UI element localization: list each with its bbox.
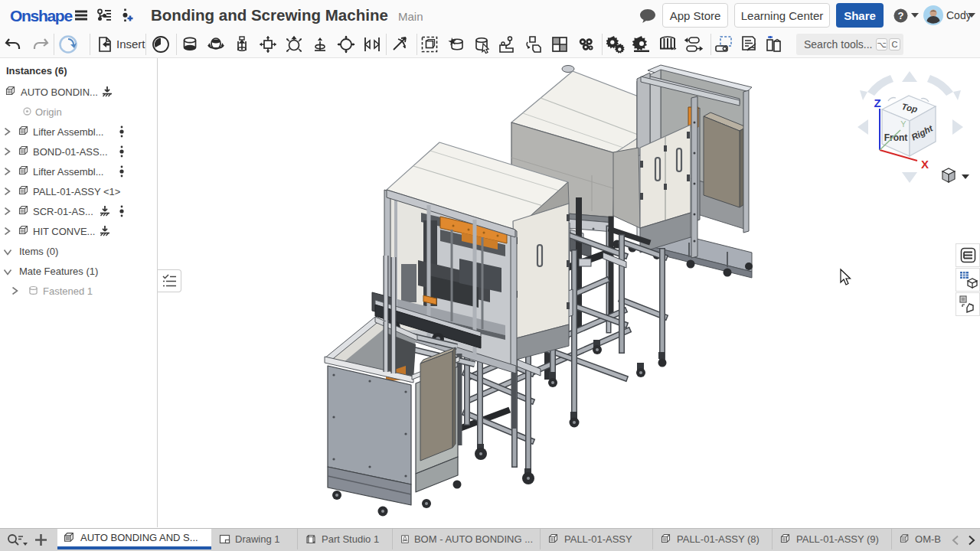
svg-text:Y: Y <box>900 119 906 129</box>
svg-text:Z: Z <box>874 96 880 109</box>
svg-text:X: X <box>921 158 929 171</box>
svg-text:?: ? <box>898 10 904 21</box>
